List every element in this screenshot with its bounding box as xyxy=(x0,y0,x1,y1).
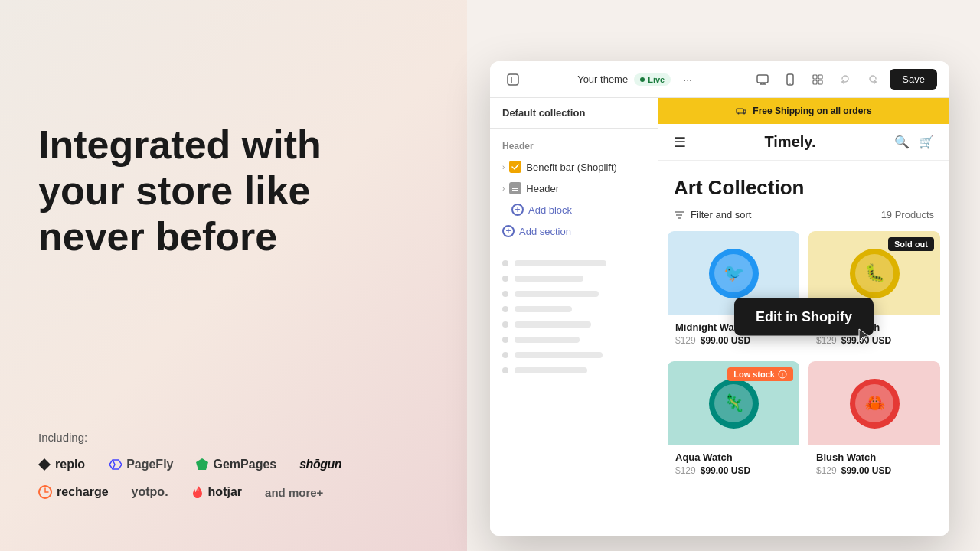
theme-name: Your theme xyxy=(577,73,628,85)
filter-bar: Filter and sort 19 Products xyxy=(658,209,949,231)
svg-rect-17 xyxy=(512,190,518,191)
skeleton-row-1 xyxy=(490,256,658,271)
filter-icon xyxy=(674,210,684,220)
logo-gempages: GemPages xyxy=(196,458,276,471)
product-price-amber: $129 $99.00 USD xyxy=(816,335,933,346)
watch-blush: 🦀 xyxy=(850,379,900,429)
logo-recharge: recharge xyxy=(38,485,109,499)
add-section-icon: + xyxy=(502,225,514,237)
low-stock-badge: Low stock ! xyxy=(727,367,793,381)
sidebar-header-group: Header › Benefit bar (Shoplift) › xyxy=(490,129,658,249)
svg-rect-16 xyxy=(512,188,518,189)
left-section: Integrated with your store like never be… xyxy=(0,0,467,551)
store-preview: Free Shipping on all orders ☰ Timely. 🔍 … xyxy=(658,98,949,536)
watch-face-blush: 🦀 xyxy=(855,384,893,422)
editor-panel: Your theme Live ··· xyxy=(490,61,949,536)
product-img-aqua: 🦎 Low stock ! xyxy=(668,361,799,445)
sidebar-item-benefit-bar[interactable]: › Benefit bar (Shoplift) xyxy=(490,156,658,178)
edit-shopify-button[interactable]: Edit in Shopify xyxy=(734,298,874,336)
original-price-amber: $129 xyxy=(816,335,837,346)
svg-rect-14 xyxy=(818,80,822,84)
filter-left: Filter and sort xyxy=(674,209,751,220)
undo-button[interactable] xyxy=(835,69,856,90)
skeleton-row-6 xyxy=(490,332,658,347)
chevron-icon: › xyxy=(502,163,505,171)
more-options-button[interactable]: ··· xyxy=(677,69,698,90)
watch-midnight: 🐦 xyxy=(709,249,759,298)
watch-face-amber: 🐛 xyxy=(855,254,893,292)
editor-sidebar: Default collection Header › Benefit bar … xyxy=(490,98,658,536)
truck-icon xyxy=(736,106,746,116)
product-info-blush: Blush Watch $129 $99.00 USD xyxy=(808,445,940,482)
editor-left-icons xyxy=(502,69,524,90)
info-icon: ! xyxy=(778,370,787,379)
header-item-icon xyxy=(509,182,521,194)
live-badge: Live xyxy=(634,73,671,86)
skeleton-row-7 xyxy=(490,347,658,363)
add-section-link[interactable]: + Add section xyxy=(490,220,658,242)
hamburger-icon: ☰ xyxy=(674,134,686,151)
recharge-label: recharge xyxy=(57,485,109,499)
product-name-aqua: Aqua Watch xyxy=(675,452,792,463)
store-logo: Timely. xyxy=(764,133,815,151)
skeleton-row-5 xyxy=(490,317,658,332)
logo-pagefly: PageFly xyxy=(108,458,173,471)
add-block-icon: + xyxy=(511,204,524,216)
benefit-bar-label: Benefit bar (Shoplift) xyxy=(526,161,617,173)
logos-label: Including: xyxy=(38,431,429,444)
svg-rect-5 xyxy=(757,75,768,83)
redo-button[interactable] xyxy=(862,69,884,90)
svg-marker-1 xyxy=(196,458,208,470)
editor-right-icons: Save xyxy=(752,69,937,90)
pagefly-icon xyxy=(108,458,122,471)
gempages-icon xyxy=(196,458,208,471)
sale-price-blush: $99.00 USD xyxy=(841,465,891,476)
original-price-blush: $129 xyxy=(816,465,837,476)
original-price-midnight: $129 xyxy=(675,335,696,346)
expand-button[interactable] xyxy=(807,69,828,90)
svg-point-10 xyxy=(790,83,792,84)
mobile-view-button[interactable] xyxy=(779,69,801,90)
live-label: Live xyxy=(648,75,665,84)
svg-point-20 xyxy=(743,113,745,115)
svg-marker-0 xyxy=(38,458,51,471)
header-item-label: Header xyxy=(526,183,559,194)
svg-rect-12 xyxy=(818,75,822,79)
watch-aqua: 🦎 xyxy=(709,379,759,429)
svg-rect-15 xyxy=(512,187,518,187)
watch-face-midnight: 🐦 xyxy=(714,254,753,292)
save-button[interactable]: Save xyxy=(890,69,937,90)
back-icon[interactable] xyxy=(502,69,524,90)
product-card-blush: 🦀 Blush Watch $129 $99.00 USD xyxy=(808,361,940,482)
svg-text:!: ! xyxy=(782,373,783,378)
store-header-icons: 🔍 🛒 xyxy=(894,135,934,149)
desktop-view-button[interactable] xyxy=(752,69,773,90)
svg-rect-18 xyxy=(737,109,743,113)
hotjar-label: hotjar xyxy=(208,485,242,499)
cursor-indicator xyxy=(858,328,873,343)
sidebar-item-header[interactable]: › Header xyxy=(490,178,658,199)
search-icon: 🔍 xyxy=(894,135,910,149)
gempages-label: GemPages xyxy=(213,458,276,471)
product-price-midnight: $129 $99.00 USD xyxy=(675,335,792,346)
announcement-text: Free Shipping on all orders xyxy=(753,106,871,116)
live-dot xyxy=(640,77,645,82)
sale-price-midnight: $99.00 USD xyxy=(701,335,750,346)
logos-section: Including: replo PageFly xyxy=(38,431,429,513)
hero-title: Integrated with your store like never be… xyxy=(38,122,429,259)
watch-face-aqua: 🦎 xyxy=(714,384,753,422)
logo-andmore: and more+ xyxy=(265,486,323,499)
editor-body: Default collection Header › Benefit bar … xyxy=(490,98,949,536)
recharge-icon xyxy=(38,485,52,499)
logos-row-2: recharge yotpo. hotjar and more+ xyxy=(38,485,429,499)
andmore-label: and more+ xyxy=(265,486,323,499)
logo-replo: replo xyxy=(38,458,85,471)
skeleton-row-3 xyxy=(490,286,658,302)
store-header: ☰ Timely. 🔍 🛒 xyxy=(658,124,949,161)
sold-out-badge: Sold out xyxy=(888,237,934,251)
products-count: 19 Products xyxy=(881,209,934,220)
sale-price-aqua: $99.00 USD xyxy=(701,465,750,476)
logo-yotpo: yotpo. xyxy=(132,485,168,499)
svg-rect-13 xyxy=(813,80,817,84)
add-block-link[interactable]: + Add block xyxy=(490,199,658,220)
